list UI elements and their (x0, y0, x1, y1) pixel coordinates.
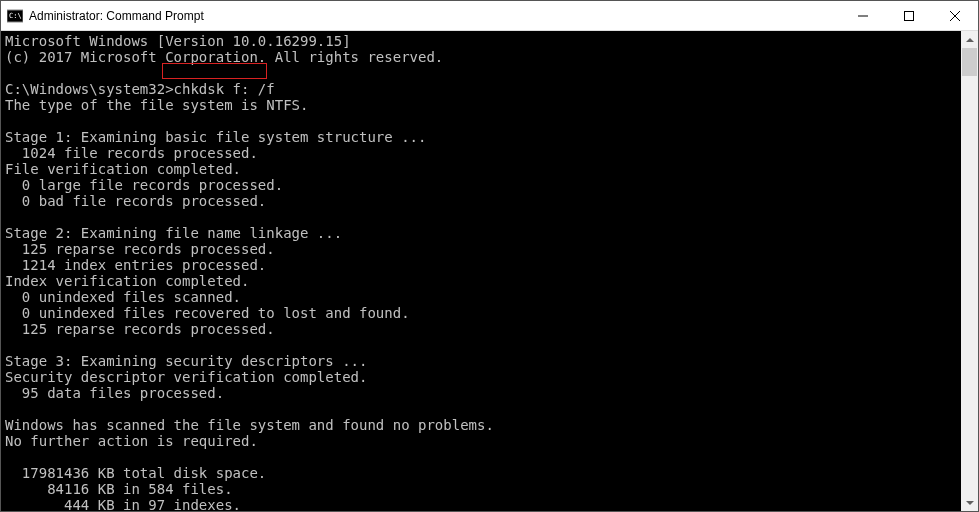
output-line: Microsoft Windows [Version 10.0.16299.15… (5, 33, 351, 49)
output-line: 444 KB in 97 indexes. (5, 497, 241, 511)
output-line: 1024 file records processed. (5, 145, 258, 161)
output-line: Security descriptor verification complet… (5, 369, 367, 385)
output-line: 95 data files processed. (5, 385, 224, 401)
svg-text:C:\: C:\ (9, 12, 22, 20)
minimize-button[interactable] (840, 1, 886, 30)
output-line: Stage 1: Examining basic file system str… (5, 129, 426, 145)
output-line: Windows has scanned the file system and … (5, 417, 494, 433)
vertical-scrollbar[interactable] (961, 31, 978, 511)
scroll-up-arrow-icon[interactable] (961, 31, 978, 48)
maximize-button[interactable] (886, 1, 932, 30)
scroll-down-arrow-icon[interactable] (961, 494, 978, 511)
output-line: Index verification completed. (5, 273, 249, 289)
svg-rect-3 (905, 11, 914, 20)
prompt-path: C:\Windows\system32> (5, 81, 174, 97)
output-line: 125 reparse records processed. (5, 321, 275, 337)
output-line: No further action is required. (5, 433, 258, 449)
output-line: 0 bad file records processed. (5, 193, 266, 209)
console-area[interactable]: Microsoft Windows [Version 10.0.16299.15… (1, 31, 978, 511)
output-line: 0 unindexed files scanned. (5, 289, 241, 305)
typed-command: chkdsk f: /f (174, 81, 275, 97)
window-title: Administrator: Command Prompt (29, 9, 840, 23)
output-line: 1214 index entries processed. (5, 257, 266, 273)
output-line: The type of the file system is NTFS. (5, 97, 308, 113)
output-line: File verification completed. (5, 161, 241, 177)
output-line: 125 reparse records processed. (5, 241, 275, 257)
output-line: 0 unindexed files recovered to lost and … (5, 305, 410, 321)
scroll-thumb[interactable] (962, 48, 977, 76)
titlebar[interactable]: C:\ Administrator: Command Prompt (1, 1, 978, 31)
cmd-icon: C:\ (7, 8, 23, 24)
svg-marker-6 (966, 38, 974, 42)
output-line: Stage 2: Examining file name linkage ... (5, 225, 342, 241)
output-line: (c) 2017 Microsoft Corporation. All righ… (5, 49, 443, 65)
output-line: 17981436 KB total disk space. (5, 465, 266, 481)
output-line: 84116 KB in 584 files. (5, 481, 233, 497)
window-controls (840, 1, 978, 30)
prompt-line: C:\Windows\system32>chkdsk f: /f (5, 81, 275, 97)
output-line: Stage 3: Examining security descriptors … (5, 353, 367, 369)
console-output: Microsoft Windows [Version 10.0.16299.15… (1, 31, 961, 511)
close-button[interactable] (932, 1, 978, 30)
svg-marker-7 (966, 501, 974, 505)
output-line: 0 large file records processed. (5, 177, 283, 193)
